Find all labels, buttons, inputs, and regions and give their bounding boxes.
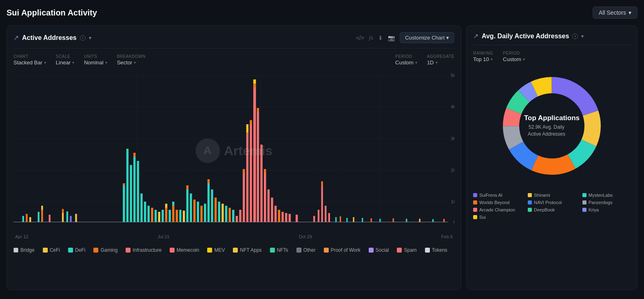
breakdown-control-value[interactable]: Sector ▾ — [117, 59, 146, 66]
svg-rect-62 — [221, 204, 224, 222]
svg-rect-18 — [38, 212, 39, 222]
left-panel-expand-icon[interactable]: ▾ — [89, 35, 91, 41]
aggregate-control-label: AGGREGATE — [427, 54, 454, 59]
ranking-control-label: RANKING — [473, 51, 493, 55]
chart-control-value[interactable]: Stacked Bar ▾ — [13, 59, 46, 66]
svg-rect-76 — [253, 84, 256, 88]
left-panel-header: ↗ Active Addresses i ▾ </> 𝑓𝑥 ⬇ 📷 Custom… — [13, 32, 454, 48]
ranking-control-value[interactable]: Top 10 ▾ — [473, 56, 493, 62]
svg-rect-32 — [133, 157, 135, 222]
svg-rect-59 — [211, 189, 213, 222]
period-control-label: PERIOD — [395, 54, 417, 59]
svg-rect-15 — [22, 216, 24, 222]
right-controls: RANKING Top 10 ▾ PERIOD Custom ▾ — [473, 51, 631, 62]
svg-rect-35 — [140, 193, 142, 222]
right-period-control-label: PERIOD — [503, 51, 525, 55]
svg-rect-23 — [62, 209, 64, 213]
info-icon-right[interactable]: i — [572, 33, 578, 39]
svg-rect-100 — [346, 218, 347, 222]
right-legend-mystenlabs: MystenLabs — [582, 193, 631, 198]
camera-icon[interactable]: 📷 — [388, 35, 395, 41]
svg-rect-94 — [321, 185, 323, 222]
aggregate-control-value[interactable]: 1D ▾ — [427, 59, 454, 66]
svg-rect-103 — [371, 218, 372, 222]
formula-icon[interactable]: 𝑓𝑥 — [369, 34, 373, 41]
all-sectors-label: All Sectors — [599, 9, 626, 16]
svg-rect-79 — [257, 108, 259, 112]
left-panel-actions: </> 𝑓𝑥 ⬇ 📷 Customize Chart ▾ — [356, 32, 454, 43]
svg-rect-52 — [190, 193, 192, 222]
svg-rect-20 — [41, 206, 43, 210]
right-legend-shinami: Shinami — [528, 193, 576, 198]
svg-rect-63 — [225, 206, 227, 222]
svg-rect-92 — [313, 216, 315, 222]
svg-rect-104 — [379, 219, 381, 222]
code-icon[interactable]: </> — [356, 35, 364, 41]
svg-rect-58 — [208, 179, 210, 183]
legend-item-bridge: Bridge — [13, 247, 35, 253]
svg-rect-70 — [246, 132, 248, 222]
svg-rect-43 — [165, 204, 167, 208]
chart-legend: Bridge CeFi DeFi Gaming Infrastructure M… — [13, 245, 454, 253]
svg-rect-40 — [158, 212, 160, 222]
svg-rect-50 — [186, 189, 188, 222]
ranking-control: RANKING Top 10 ▾ — [473, 51, 493, 62]
scale-control-label: SCALE — [56, 54, 74, 59]
download-icon[interactable]: ⬇ — [378, 35, 383, 41]
scale-control-value[interactable]: Linear ▾ — [56, 59, 74, 66]
svg-rect-71 — [246, 128, 248, 132]
main-content: ↗ Active Addresses i ▾ </> 𝑓𝑥 ⬇ 📷 Custom… — [7, 25, 637, 290]
chart-control-label: CHART — [13, 54, 46, 59]
legend-item-pow: Proof of Work — [324, 247, 361, 253]
customize-chart-button[interactable]: Customize Chart ▾ — [400, 32, 454, 43]
svg-rect-90 — [296, 215, 298, 222]
svg-rect-30 — [126, 149, 128, 153]
svg-rect-107 — [419, 219, 420, 222]
svg-rect-77 — [253, 79, 256, 84]
svg-rect-84 — [271, 198, 273, 222]
svg-rect-34 — [137, 161, 139, 222]
svg-rect-24 — [66, 211, 68, 222]
svg-rect-48 — [179, 210, 181, 222]
svg-rect-54 — [197, 202, 199, 222]
svg-rect-65 — [232, 210, 234, 222]
svg-rect-22 — [62, 213, 64, 222]
svg-rect-81 — [264, 173, 266, 222]
right-panel: ↗ Avg. Daily Active Addresses i ▾ RANKIN… — [466, 25, 637, 290]
breakdown-control: BREAKDOWN Sector ▾ — [117, 54, 146, 66]
svg-rect-73 — [250, 124, 252, 222]
svg-rect-69 — [243, 169, 245, 173]
period-control: PERIOD Custom ▾ — [395, 54, 417, 66]
chart-control: CHART Stacked Bar ▾ — [13, 54, 46, 66]
all-sectors-button[interactable]: All Sectors ▾ — [593, 7, 637, 19]
svg-rect-49 — [183, 211, 185, 222]
svg-rect-37 — [148, 206, 150, 222]
right-panel-expand-icon[interactable]: ▾ — [581, 33, 584, 39]
units-control-label: UNITS — [84, 54, 107, 59]
all-sectors-chevron: ▾ — [629, 9, 631, 16]
svg-rect-53 — [193, 200, 195, 222]
breakdown-control-label: BREAKDOWN — [117, 54, 146, 59]
period-control-value[interactable]: Custom ▾ — [395, 59, 417, 66]
info-icon-left[interactable]: i — [80, 35, 86, 41]
aggregate-control: AGGREGATE 1D ▾ — [427, 54, 454, 66]
svg-rect-95 — [321, 181, 323, 185]
svg-rect-93 — [318, 210, 319, 222]
svg-rect-47 — [176, 210, 178, 222]
svg-rect-56 — [204, 204, 206, 222]
x-axis-labels: Apr 12 Jul 21 Oct 29 Feb 6 — [13, 234, 454, 239]
page-title: Sui Application Activity — [7, 8, 97, 18]
units-control-value[interactable]: Nominal ▾ — [84, 59, 107, 66]
right-period-control-value[interactable]: Custom ▾ — [503, 56, 525, 62]
svg-rect-78 — [257, 112, 259, 222]
svg-rect-27 — [123, 185, 125, 222]
svg-rect-45 — [172, 206, 174, 222]
svg-rect-25 — [70, 216, 71, 222]
donut-center-text: Top Applications 52.9K Avg. Daily Active… — [524, 114, 580, 138]
customize-chevron: ▾ — [446, 35, 449, 41]
right-legend-navi: NAVI Protocol — [528, 200, 576, 205]
legend-item-cefi: CeFi — [43, 247, 60, 253]
svg-text:500K: 500K — [451, 73, 454, 78]
right-legend-worlds-beyond: Worlds Beyond — [473, 200, 521, 205]
svg-rect-61 — [218, 202, 220, 222]
